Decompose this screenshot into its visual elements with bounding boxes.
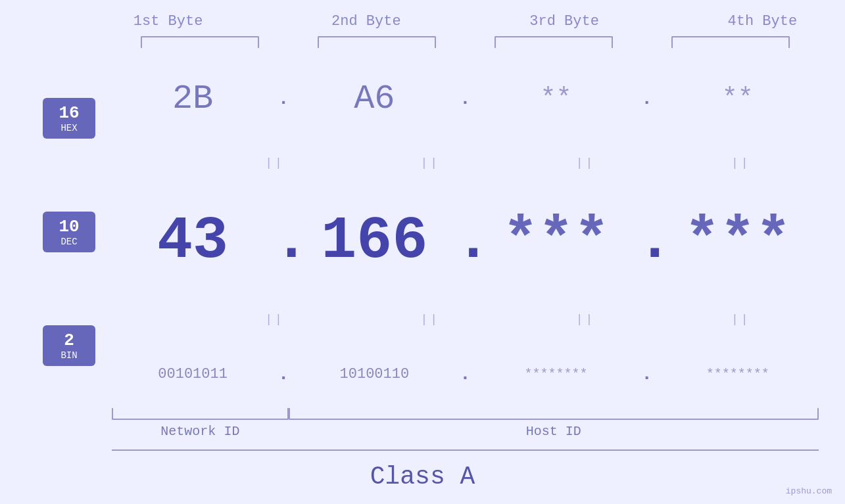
eq2-b1: || — [197, 311, 352, 327]
host-id-label: Host ID — [289, 424, 819, 439]
byte4-header: 4th Byte — [664, 13, 845, 30]
eq2-b3: || — [508, 311, 664, 327]
bin-row: 00101011 . 10100110 . ******** . *******… — [112, 364, 819, 384]
class-label: Class A — [26, 463, 819, 491]
byte1-header: 1st Byte — [69, 13, 267, 30]
byte2-bracket — [318, 36, 436, 48]
byte1-bracket-cell — [112, 36, 289, 48]
byte3-bracket — [495, 36, 613, 48]
network-bracket — [112, 408, 289, 420]
hex-dot2: . — [456, 89, 475, 109]
base-labels-column: 16 HEX 10 DEC 2 BIN — [26, 61, 112, 403]
bin-byte2-value: 10100110 — [340, 366, 410, 382]
dec-byte1: 43 — [112, 208, 274, 275]
dec-byte2: 166 — [293, 208, 455, 275]
bottom-section: Network ID Host ID — [112, 408, 819, 439]
byte2-header: 2nd Byte — [267, 13, 465, 30]
hex-byte1: 2B — [112, 80, 274, 118]
bin-dot1: . — [274, 364, 293, 384]
hex-byte4-value: ** — [722, 84, 754, 114]
bottom-labels: Network ID Host ID — [112, 424, 819, 439]
hex-byte2-value: A6 — [354, 80, 395, 118]
hex-byte3: ** — [475, 84, 637, 114]
byte3-bracket-cell — [466, 36, 642, 48]
bin-byte3-value: ******** — [525, 367, 588, 382]
byte1-bracket — [141, 36, 259, 48]
byte2-bracket-cell — [289, 36, 466, 48]
dec-label: DEC — [52, 237, 86, 247]
hex-row: 2B . A6 . ** . ** — [112, 80, 819, 118]
hex-dot1: . — [274, 89, 293, 109]
dec-byte1-value: 43 — [157, 208, 228, 275]
eq1-b2: || — [352, 155, 508, 171]
bin-badge: 2 BIN — [43, 325, 95, 366]
dec-dot3: . — [637, 208, 657, 275]
dec-byte4-value: *** — [685, 208, 791, 275]
equals-divider-1: || || || || — [197, 155, 819, 171]
bin-dot3: . — [637, 364, 657, 384]
byte3-header: 3rd Byte — [466, 13, 664, 30]
bin-dot2: . — [456, 364, 475, 384]
bin-number: 2 — [52, 331, 86, 350]
bin-byte4-value: ******** — [706, 367, 769, 382]
bin-byte3: ******** — [475, 367, 637, 382]
dec-row: 43 . 166 . *** . *** — [112, 208, 819, 275]
network-id-label: Network ID — [112, 424, 289, 439]
eq2-b4: || — [664, 311, 819, 327]
dec-dot2: . — [456, 208, 475, 275]
dec-badge: 10 DEC — [43, 212, 95, 252]
bin-byte2: 10100110 — [293, 366, 455, 382]
equals-divider-2: || || || || — [197, 311, 819, 327]
bin-byte1-value: 00101011 — [158, 366, 228, 382]
hex-badge: 16 HEX — [43, 98, 95, 139]
bin-label: BIN — [52, 350, 86, 361]
dec-dot1: . — [274, 208, 293, 275]
eq1-b1: || — [197, 155, 352, 171]
hex-byte4: ** — [657, 84, 819, 114]
byte4-bracket — [671, 36, 790, 48]
dec-byte3-value: *** — [503, 208, 610, 275]
byte4-bracket-cell — [642, 36, 819, 48]
hex-dot3: . — [637, 89, 657, 109]
dec-byte4: *** — [657, 208, 819, 275]
watermark: ipshu.com — [786, 486, 832, 496]
hex-label: HEX — [52, 123, 86, 133]
footer-divider — [112, 449, 819, 451]
dec-byte2-value: 166 — [321, 208, 427, 275]
hex-byte1-value: 2B — [172, 80, 213, 118]
bin-byte4: ******** — [657, 367, 819, 382]
eq1-b3: || — [508, 155, 664, 171]
dec-byte3: *** — [475, 208, 637, 275]
eq1-b4: || — [664, 155, 819, 171]
host-bracket — [289, 408, 819, 420]
dec-number: 10 — [52, 217, 86, 237]
data-rows-column: 2B . A6 . ** . ** || || || || — [112, 61, 819, 403]
bottom-brackets — [112, 408, 819, 420]
bin-byte1: 00101011 — [112, 366, 274, 382]
hex-number: 16 — [52, 103, 86, 123]
hex-byte3-value: ** — [541, 84, 572, 114]
hex-byte2: A6 — [293, 80, 455, 118]
eq2-b2: || — [352, 311, 508, 327]
